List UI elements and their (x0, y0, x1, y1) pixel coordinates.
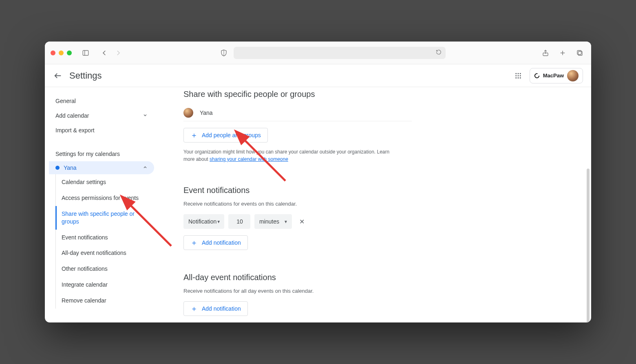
org-label: MacPaw (543, 72, 564, 79)
dropdown-icon: ▼ (216, 219, 221, 224)
sidebar-item-label: General (55, 98, 76, 104)
body: General Add calendar Import & export Set… (45, 87, 591, 322)
svg-point-15 (517, 77, 519, 78)
chevron-down-icon (143, 112, 148, 119)
browser-window: Settings MacPaw General Add calendar Im (45, 42, 591, 322)
sidebar-sub-access-permissions[interactable]: Access permissions for events (56, 190, 159, 206)
share-learn-more-link[interactable]: sharing your calendar with someone (210, 156, 288, 162)
calendar-color-dot (55, 166, 60, 170)
section-share: Share with specific people or groups Yan… (183, 90, 412, 163)
org-logo-icon (534, 73, 540, 79)
sidebar-item-label: Import & export (55, 127, 95, 134)
svg-point-10 (519, 73, 521, 74)
share-person-row: Yana (183, 105, 412, 121)
sidebar-toggle-icon[interactable] (80, 47, 91, 59)
event-notifications-heading: Event notifications (183, 186, 412, 195)
nav-forward-icon[interactable] (113, 47, 124, 59)
reload-icon[interactable] (436, 49, 442, 57)
sidebar-sub-calendar-settings[interactable]: Calendar settings (56, 174, 159, 190)
nav-back-icon[interactable] (99, 47, 110, 59)
svg-rect-0 (83, 50, 88, 55)
calendar-name: Yana (64, 164, 139, 171)
plus-icon: ＋ (190, 305, 198, 312)
share-heading: Share with specific people or groups (183, 90, 412, 99)
select-value: minutes (259, 218, 279, 225)
notification-unit-select[interactable]: minutes ▼ (254, 214, 292, 229)
add-notification-button[interactable]: ＋ Add notification (183, 235, 248, 250)
notification-method-select[interactable]: Notification ▼ (183, 214, 224, 229)
sidebar-sub-integrate-calendar[interactable]: Integrate calendar (56, 277, 159, 293)
svg-point-16 (519, 77, 521, 78)
notification-value-input[interactable]: 10 (228, 214, 250, 229)
svg-point-9 (517, 73, 519, 74)
sidebar-calendar-item[interactable]: Yana (49, 161, 154, 174)
scrollbar-icon[interactable] (587, 169, 590, 322)
section-allday-notifications: All-day event notifications Receive noti… (183, 273, 412, 316)
sidebar-sub-allday-notifications[interactable]: All-day event notifications (56, 245, 159, 261)
new-tab-icon[interactable] (557, 47, 568, 59)
sidebar-sub-event-notifications[interactable]: Event notifications (56, 230, 159, 246)
plus-icon: ＋ (190, 132, 198, 139)
back-button[interactable] (53, 71, 63, 81)
event-notifications-caption: Receive notifications for events on this… (183, 201, 412, 207)
content: Share with specific people or groups Yan… (159, 87, 591, 322)
app-header: Settings MacPaw (45, 64, 591, 87)
sidebar-item-add-calendar[interactable]: Add calendar (49, 108, 154, 123)
sidebar-item-general[interactable]: General (49, 94, 154, 108)
svg-rect-6 (577, 50, 581, 55)
sidebar-sub-share-specific[interactable]: Share with specific people or groups (55, 206, 159, 230)
address-bar[interactable] (234, 47, 446, 59)
sidebar-item-label: Add calendar (55, 112, 89, 119)
close-window-button[interactable] (51, 50, 55, 55)
privacy-shield-icon[interactable] (218, 47, 230, 59)
button-label: Add notification (202, 239, 241, 246)
person-name: Yana (200, 110, 213, 116)
user-avatar[interactable] (567, 70, 579, 81)
add-allday-notification-button[interactable]: ＋ Add notification (183, 301, 248, 316)
svg-point-12 (517, 75, 519, 76)
remove-notification-button[interactable]: ✕ (296, 216, 307, 227)
plus-icon: ＋ (190, 239, 198, 246)
sidebar-sub-remove-calendar[interactable]: Remove calendar (56, 293, 159, 309)
button-label: Add people and groups (202, 132, 261, 138)
allday-heading: All-day event notifications (183, 273, 412, 282)
share-icon[interactable] (540, 47, 551, 59)
sidebar-item-import-export[interactable]: Import & export (49, 123, 154, 138)
dropdown-icon: ▼ (284, 219, 288, 224)
svg-point-17 (534, 73, 539, 78)
page-title: Settings (69, 70, 102, 81)
share-caption: Your organization might limit how you ca… (183, 148, 395, 163)
fullscreen-window-button[interactable] (67, 50, 72, 55)
sidebar-section-label: Settings for my calendars (49, 147, 159, 161)
tabs-overview-icon[interactable] (574, 47, 585, 59)
input-value: 10 (236, 218, 243, 225)
sidebar: General Add calendar Import & export Set… (45, 87, 159, 322)
notification-row: Notification ▼ 10 minutes ▼ ✕ (183, 214, 412, 229)
select-value: Notification (188, 218, 216, 225)
allday-caption: Receive notifications for all day events… (183, 288, 412, 294)
svg-point-14 (515, 77, 517, 78)
sidebar-sub-other-notifications[interactable]: Other notifications (56, 261, 159, 277)
minimize-window-button[interactable] (59, 50, 64, 55)
svg-point-11 (515, 75, 517, 76)
org-account-chip[interactable]: MacPaw (530, 68, 583, 83)
chevron-up-icon (143, 164, 148, 171)
browser-titlebar (45, 42, 591, 64)
button-label: Add notification (202, 305, 241, 312)
sidebar-sub-list: Calendar settings Access permissions for… (55, 174, 159, 309)
person-avatar (183, 108, 193, 118)
svg-point-13 (519, 75, 521, 76)
add-people-button[interactable]: ＋ Add people and groups (183, 128, 268, 143)
svg-rect-5 (578, 51, 582, 55)
traffic-lights (51, 50, 72, 55)
section-event-notifications: Event notifications Receive notification… (183, 186, 412, 250)
svg-point-8 (515, 73, 517, 74)
apps-grid-icon[interactable] (513, 71, 523, 81)
